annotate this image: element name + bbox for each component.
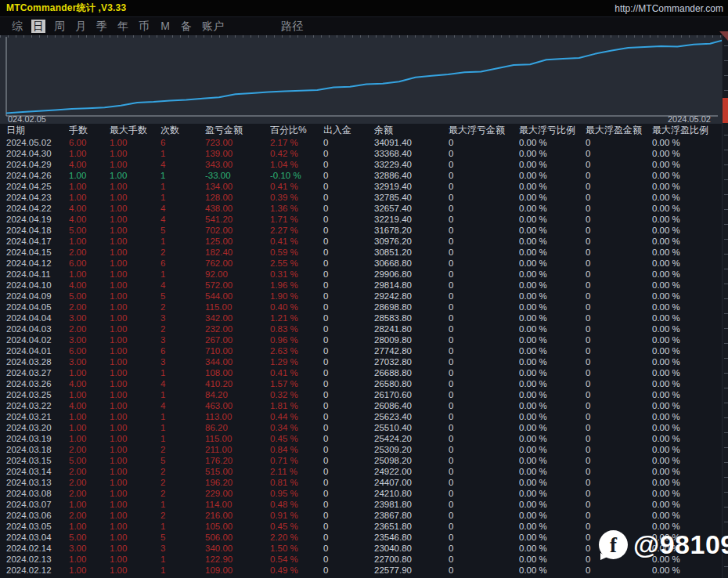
column-header-10: 最大浮盈金额 [586,124,652,137]
cell-inout: 0 [323,389,374,400]
table-row[interactable]: 2024.03.201.001.00186.200.34 %025510.400… [0,422,728,433]
cell-max_float_loss_pct: 0.00 % [519,433,586,444]
table-row[interactable]: 2024.04.231.001.001128.000.39 %032785.40… [0,192,728,203]
cell-count: 4 [160,214,205,225]
table-row[interactable]: 2024.03.251.001.00184.200.32 %026170.600… [0,389,728,400]
table-row[interactable]: 2024.03.283.001.003344.001.29 %027032.80… [0,356,728,367]
menu-item-4[interactable]: 季 [95,20,109,33]
table-row[interactable]: 2024.03.224.001.004463.001.81 %026086.40… [0,400,728,411]
cell-pct: 0.83 % [270,323,323,334]
cell-lots: 1.00 [69,269,110,280]
table-row[interactable]: 2024.03.271.001.001108.000.41 %026688.80… [0,367,728,378]
cell-date: 2024.03.08 [6,488,69,499]
table-row[interactable]: 2024.04.104.001.004572.001.96 %029814.80… [0,280,728,291]
cell-count: 2 [160,444,205,455]
cell-balance: 26688.80 [374,367,449,378]
table-row[interactable]: 2024.03.082.001.002229.000.95 %024210.80… [0,488,728,499]
app-url-link[interactable]: http://MTCommander.com [614,3,723,14]
table-row[interactable]: 2024.04.111.001.00192.000.31 %029906.800… [0,269,728,280]
cell-pct: 0.54 % [270,554,323,565]
table-row[interactable]: 2024.03.062.001.002216.000.91 %023867.80… [0,510,728,521]
cell-lots: 1.00 [69,192,110,203]
menu-item-8[interactable]: 备 [179,20,193,33]
table-row[interactable]: 2024.04.126.001.006762.002.55 %030668.80… [0,258,728,269]
table-row[interactable]: 2024.03.132.001.002196.200.81 %024407.00… [0,477,728,488]
cell-max_lots: 1.00 [110,181,160,192]
cell-max_float_loss: 0 [449,312,519,323]
column-header-5: 百分比% [270,124,323,137]
cell-max_float_loss_pct: 0.00 % [519,378,586,389]
cell-max_lots: 1.00 [110,477,160,488]
table-row[interactable]: 2024.03.051.001.001105.000.45 %023651.80… [0,521,728,532]
table-row[interactable]: 2024.04.095.001.005544.001.90 %029242.80… [0,291,728,302]
table-row[interactable]: 2024.02.143.001.003340.001.50 %023040.80… [0,543,728,554]
menu-item-path[interactable]: 路径 [279,20,305,33]
table-row[interactable]: 2024.04.052.001.002115.000.40 %028698.80… [0,302,728,312]
menu-item-1[interactable]: 日 [31,20,45,33]
table-row[interactable]: 2024.05.026.001.006723.002.17 %034091.40… [0,137,728,148]
scrollbar-thumb[interactable] [723,98,728,123]
table-row[interactable]: 2024.02.121.001.001109.000.49 %022577.90… [0,565,728,576]
cell-balance: 25623.40 [374,411,449,422]
cell-lots: 1.00 [69,181,110,192]
cell-max_float_profit_pct: 0.00 % [652,466,728,477]
cell-pnl: 109.00 [205,565,270,576]
cell-max_float_profit_pct: 0.00 % [652,521,728,532]
table-row[interactable]: 2024.04.194.001.004541.201.71 %032219.40… [0,214,728,225]
table-row[interactable]: 2024.03.211.001.001113.000.44 %025623.40… [0,411,728,422]
cell-balance: 22700.80 [374,554,449,565]
cell-max_lots: 1.00 [110,236,160,247]
table-row[interactable]: 2024.03.045.001.005506.002.20 %023546.80… [0,532,728,543]
cell-count: 1 [160,367,205,378]
table-row[interactable]: 2024.03.182.001.002211.000.84 %025309.20… [0,444,728,455]
table-row[interactable]: 2024.04.171.001.001125.000.41 %030976.20… [0,236,728,247]
table-row[interactable]: 2024.04.185.001.005702.002.27 %031678.20… [0,225,728,236]
cell-pnl: 182.40 [205,247,270,258]
cell-max_float_profit: 0 [586,433,652,444]
cell-max_float_loss_pct: 0.00 % [519,192,586,203]
cell-lots: 2.00 [69,323,110,334]
table-row[interactable]: 2024.03.155.001.005176.200.71 %025098.20… [0,455,728,466]
menu-item-9[interactable]: 账户 [200,20,225,33]
menu-item-5[interactable]: 年 [116,20,130,33]
cell-pnl: 122.90 [205,554,270,565]
table-row[interactable]: 2024.04.032.001.002232.000.83 %028241.80… [0,323,728,334]
cell-max_float_profit: 0 [586,280,652,291]
cell-max_lots: 1.00 [110,269,160,280]
menu-item-7[interactable]: M [158,20,172,33]
cell-pnl: 702.00 [205,225,270,236]
table-row[interactable]: 2024.04.224.001.004438.001.36 %032657.40… [0,203,728,214]
table-row[interactable]: 2024.02.131.001.001122.900.54 %022700.80… [0,554,728,565]
table-row[interactable]: 2024.04.023.001.003267.000.96 %028009.80… [0,334,728,345]
cell-lots: 1.00 [69,170,110,181]
cell-pnl: 125.00 [205,236,270,247]
menu-item-6[interactable]: 币 [137,20,151,33]
cell-date: 2024.03.15 [6,455,69,466]
table-row[interactable]: 2024.04.152.001.002182.400.59 %030851.20… [0,247,728,258]
table-row[interactable]: 2024.03.191.001.001115.000.45 %025424.20… [0,433,728,444]
daily-stats-table: 日期手数最大手数次数盈亏金额百分比%出入金余额最大浮亏金额最大浮亏比例最大浮盈金… [0,124,728,576]
cell-max_float_loss_pct: 0.00 % [519,543,586,554]
cell-lots: 6.00 [69,345,110,356]
cell-count: 1 [160,181,205,192]
table-row[interactable]: 2024.04.016.001.006710.002.63 %027742.80… [0,345,728,356]
menu-item-2[interactable]: 周 [52,20,67,33]
cell-count: 1 [160,521,205,532]
cell-balance: 25098.20 [374,455,449,466]
cell-max_float_profit: 0 [586,367,652,378]
table-row[interactable]: 2024.04.301.001.001139.000.42 %033368.40… [0,148,728,159]
table-row[interactable]: 2024.03.264.001.004410.201.57 %026580.80… [0,378,728,389]
cell-max_float_profit: 0 [586,422,652,433]
cell-date: 2024.03.14 [6,466,69,477]
menu-item-0[interactable]: 综 [10,20,24,33]
table-row[interactable]: 2024.04.294.001.004343.001.04 %033229.40… [0,159,728,170]
vertical-scrollbar[interactable] [722,31,728,578]
table-row[interactable]: 2024.04.251.001.001134.000.41 %032919.40… [0,181,728,192]
cell-date: 2024.03.04 [6,532,69,543]
table-row[interactable]: 2024.04.043.001.003342.001.21 %028583.80… [0,312,728,323]
cell-pct: 1.36 % [270,203,323,214]
table-row[interactable]: 2024.03.071.001.001114.000.48 %023981.80… [0,499,728,510]
table-row[interactable]: 2024.03.142.001.002515.002.11 %024922.00… [0,466,728,477]
menu-item-3[interactable]: 月 [74,20,88,33]
table-row[interactable]: 2024.04.261.001.001-33.00-0.10 %032886.4… [0,170,728,181]
